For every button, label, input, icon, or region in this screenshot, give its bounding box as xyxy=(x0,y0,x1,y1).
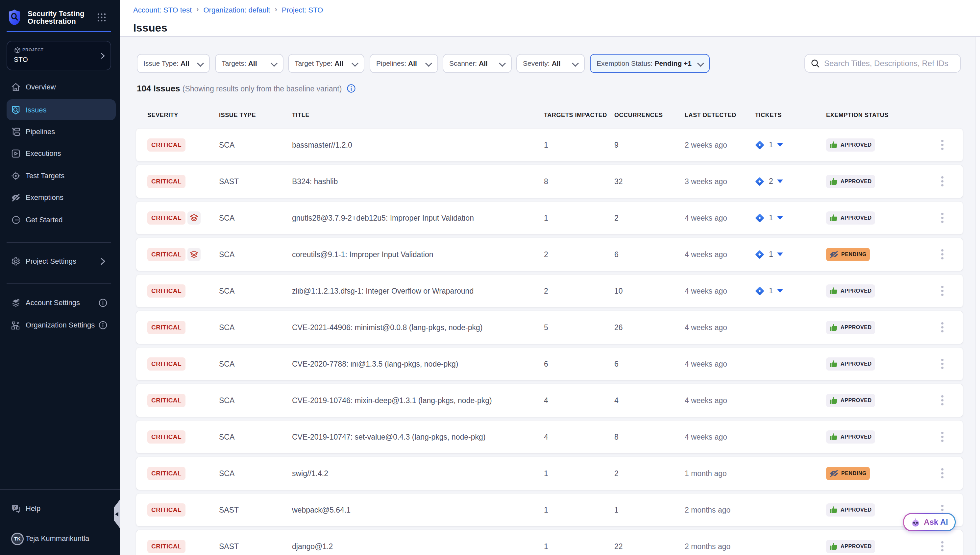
svg-text:?: ? xyxy=(13,505,16,510)
